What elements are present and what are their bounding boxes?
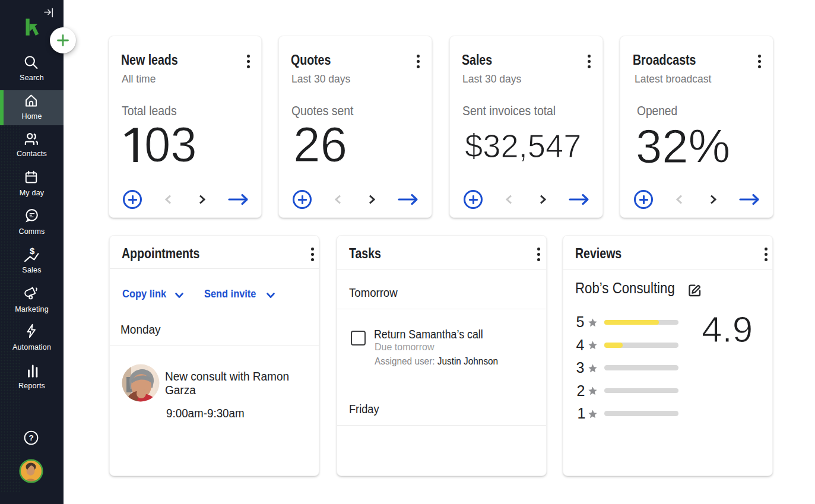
svg-text:$: $	[30, 247, 35, 256]
svg-text:?: ?	[28, 433, 33, 442]
